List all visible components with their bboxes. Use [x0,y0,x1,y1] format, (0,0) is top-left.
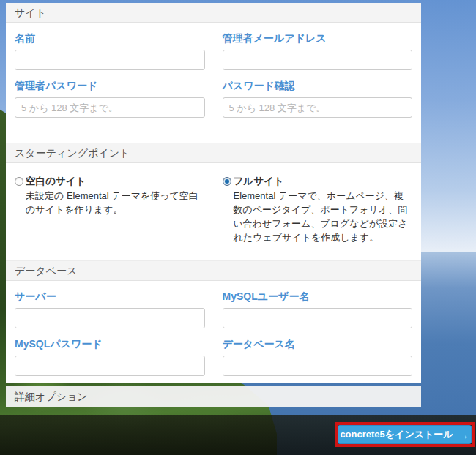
advanced-options-bar[interactable]: 詳細オプション [6,386,421,407]
database-row-1: サーバー MySQLユーザー名 [6,281,421,328]
admin-email-input[interactable] [223,50,413,70]
db-password-label: MySQLパスワード [15,338,205,351]
db-server-input[interactable] [15,308,205,328]
site-name-input[interactable] [15,50,205,70]
blank-site-label: 空白のサイト [26,176,205,187]
db-username-label: MySQLユーザー名 [223,290,413,304]
password-confirm-label: パスワード確認 [223,80,413,93]
blank-site-description: 未設定の Elemental テーマを使って空白のサイトを作ります。 [26,189,205,217]
annotation-highlight: concrete5をインストール → [335,422,475,447]
database-section-header: データベース [6,260,421,281]
db-password-input[interactable] [15,356,205,376]
blank-site-option[interactable]: 空白のサイト 未設定の Elemental テーマを使って空白のサイトを作ります… [15,176,205,244]
db-server-label: サーバー [15,290,205,304]
full-site-label: フルサイト [234,176,413,187]
site-row-2: 管理者パスワード パスワード確認 [6,70,421,118]
admin-password-label: 管理者パスワード [15,80,205,93]
install-button-label: concrete5をインストール [340,428,453,441]
blank-site-radio[interactable] [15,177,23,186]
database-row-2: MySQLパスワード データベース名 [6,328,421,376]
db-name-label: データベース名 [223,338,413,351]
db-username-input[interactable] [223,308,413,328]
install-button[interactable]: concrete5をインストール → [338,425,472,444]
admin-email-label: 管理者メールアドレス [223,32,413,45]
admin-password-input[interactable] [15,97,205,118]
full-site-radio[interactable] [223,177,231,186]
full-site-description: Elemental テーマで、ホームページ、複数のページタイプ、ポートフォリオ、… [234,189,413,244]
starting-point-section-header: スターティングポイント [6,143,421,163]
site-row-1: 名前 管理者メールアドレス [6,23,421,70]
db-name-input[interactable] [223,356,413,376]
full-site-option[interactable]: フルサイト Elemental テーマで、ホームページ、複数のページタイプ、ポー… [223,176,413,244]
password-confirm-input[interactable] [223,97,413,118]
site-section-header: サイト [6,3,421,23]
site-name-label: 名前 [15,32,205,45]
install-form-panel: サイト 名前 管理者メールアドレス 管理者パスワード パスワード確認 スターティ… [6,3,421,383]
installer-page: サイト 名前 管理者メールアドレス 管理者パスワード パスワード確認 スターティ… [0,0,476,455]
arrow-right-icon: → [458,429,469,440]
starting-point-options: 空白のサイト 未設定の Elemental テーマを使って空白のサイトを作ります… [6,163,421,244]
